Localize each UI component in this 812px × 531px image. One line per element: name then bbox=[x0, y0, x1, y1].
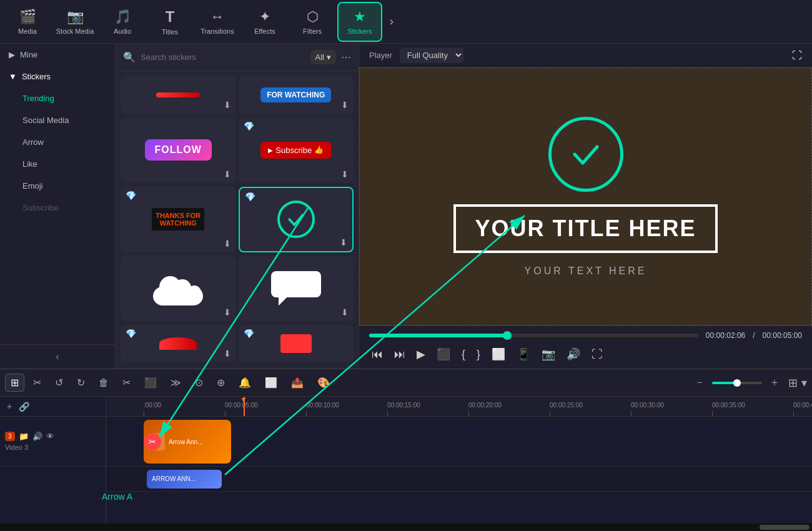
sticker-cell-partial-bottom-right[interactable]: 💎 bbox=[239, 325, 354, 362]
toolbar-stock-media[interactable]: 📷 Stock Media bbox=[52, 2, 97, 42]
track-audio-btn[interactable]: 🔊 bbox=[32, 432, 42, 441]
left-sidebar: ▶ Mine ▼ Stickers Trending Social Media … bbox=[0, 44, 116, 369]
stickers-icon: ★ bbox=[354, 9, 366, 25]
timeline-toolbar: ⊞ ✂ ↺ ↻ 🗑 ✂ ⬛ ≫ ⊙ ⊕ 🔔 ⬜ 📤 🎨 － ＋ ⊞ ▾ bbox=[0, 369, 812, 397]
track-visibility-btn[interactable]: 👁 bbox=[46, 432, 54, 441]
rewind-btn[interactable]: ⏮ bbox=[369, 345, 385, 364]
mark-in-btn[interactable]: { bbox=[459, 345, 468, 364]
toolbar-titles[interactable]: T Titles bbox=[147, 2, 192, 42]
download-icon-3[interactable]: ⬇ bbox=[224, 239, 231, 249]
sticker-cell-thanks[interactable]: 💎 THANKS FORWATCHING ⬇ bbox=[121, 187, 236, 252]
tl-cut-btn[interactable]: ✂ bbox=[117, 374, 136, 391]
sticker-cell-follow[interactable]: FOLLOW ⬇ bbox=[121, 117, 236, 183]
tl-undo-btn[interactable]: ↺ bbox=[50, 374, 68, 391]
sidebar-item-social-media[interactable]: Social Media bbox=[4, 110, 111, 131]
playback-area: 00:00:02:06 / 00:00:05:00 ⏮ ⏭ ▶ ⬛ { } ⬜ … bbox=[359, 325, 812, 369]
sidebar-item-emoji[interactable]: Emoji bbox=[4, 176, 111, 196]
tl-snap-btn[interactable]: ⊞ bbox=[5, 374, 24, 392]
sidebar-collapse-btn[interactable]: ‹ bbox=[0, 344, 115, 369]
toolbar-audio[interactable]: 🎵 Audio bbox=[100, 2, 145, 42]
grid-more-btn[interactable]: ▾ bbox=[801, 376, 807, 390]
tl-delete-btn[interactable]: 🗑 bbox=[94, 375, 114, 391]
ruler-mark-6: 00:00:30:00 bbox=[631, 402, 712, 416]
play-btn[interactable]: ▶ bbox=[414, 345, 428, 364]
sticker-search-input[interactable] bbox=[141, 52, 305, 62]
fullscreen-btn[interactable]: ⛶ bbox=[589, 345, 605, 364]
sidebar-stickers-header[interactable]: ▼ Stickers bbox=[0, 66, 115, 87]
toolbar-stickers[interactable]: ★ Stickers bbox=[337, 2, 382, 42]
sticker-more-btn[interactable]: ⋯ bbox=[341, 51, 351, 63]
sticker-cell-speech[interactable]: ⬇ bbox=[239, 256, 354, 321]
sticker-speech-visual bbox=[271, 271, 321, 305]
premium-badge-8: 💎 bbox=[244, 329, 254, 339]
add-track-btn[interactable]: ＋ bbox=[5, 401, 14, 412]
sticker-filter-dropdown[interactable]: All ▾ bbox=[310, 50, 336, 64]
sidebar-mine-header[interactable]: ▶ Mine bbox=[0, 44, 115, 66]
download-icon-6[interactable]: ⬇ bbox=[341, 307, 349, 317]
sticker-for-watching-visual: FOR WATCHING bbox=[260, 87, 331, 102]
timeline-track-bottom: ARROW ANN... bbox=[106, 467, 812, 492]
tl-track-label-video3: 3 📁 🔊 👁 Video 3 bbox=[0, 417, 106, 467]
tl-redo-btn[interactable]: ↻ bbox=[72, 374, 90, 391]
tl-subtitle-btn[interactable]: ⬜ bbox=[260, 374, 282, 391]
tl-crop-btn[interactable]: ⬛ bbox=[139, 374, 162, 391]
mark-out-btn[interactable]: } bbox=[474, 345, 483, 364]
sticker-cell-partial-bottom-left[interactable]: 💎 ⬇ bbox=[121, 325, 236, 362]
link-btn[interactable]: 🔗 bbox=[19, 402, 29, 412]
tl-speed-btn[interactable]: ≫ bbox=[166, 374, 186, 391]
tl-pip-btn[interactable]: ⊕ bbox=[212, 374, 230, 391]
download-icon-4[interactable]: ⬇ bbox=[340, 237, 347, 247]
tl-fx-btn[interactable]: ⊙ bbox=[190, 374, 208, 391]
toolbar-more-chevron[interactable]: › bbox=[385, 12, 399, 31]
sticker-cell-cloud[interactable]: ⬇ bbox=[121, 256, 236, 321]
sidebar-item-like[interactable]: Like bbox=[4, 154, 111, 174]
sticker-cell-partial-top-left[interactable]: ⬇ bbox=[121, 76, 236, 114]
sidebar-item-arrow[interactable]: Arrow bbox=[4, 132, 111, 152]
clip-label: Arrow Ann... bbox=[169, 439, 202, 445]
toolbar-filters[interactable]: ⬡ Filters bbox=[290, 2, 335, 42]
quality-select[interactable]: Full Quality bbox=[400, 47, 463, 63]
timeline-track-video3: ✂ 🖼 Arrow Ann... bbox=[106, 417, 812, 467]
preview-expand-icon[interactable]: ⛶ bbox=[792, 50, 802, 61]
sidebar-item-subscribe[interactable]: Subscribe bbox=[4, 197, 111, 218]
tl-color-btn[interactable]: 🎨 bbox=[312, 374, 335, 391]
sidebar-item-trending[interactable]: Trending bbox=[4, 88, 111, 109]
download-icon-0[interactable]: ⬇ bbox=[224, 100, 231, 110]
sticker-panel: 🔍 All ▾ ⋯ ⬇ FOR WATCHING ⬇ FOLLOW ⬇ bbox=[116, 44, 359, 369]
ruler-mark-7: 00:00:35:00 bbox=[712, 402, 793, 416]
zoom-thumb[interactable] bbox=[733, 379, 741, 387]
audio-btn[interactable]: 🔊 bbox=[564, 345, 583, 364]
download-icon-1[interactable]: ⬇ bbox=[224, 169, 231, 179]
track-add-btn[interactable]: 📁 bbox=[19, 432, 29, 441]
toolbar-transitions[interactable]: ↔ Transitions bbox=[195, 2, 240, 42]
tl-audio-btn[interactable]: 🔔 bbox=[234, 374, 256, 391]
ruler-mark-4: 00:00:20:00 bbox=[468, 402, 550, 416]
stop-btn[interactable]: ⬛ bbox=[434, 345, 453, 364]
tl-left-top: ＋ 🔗 bbox=[0, 397, 106, 417]
download-icon-7[interactable]: ⬇ bbox=[224, 349, 231, 359]
progress-bar: 00:00:02:06 / 00:00:05:00 bbox=[369, 331, 802, 340]
zoom-out-btn[interactable]: － bbox=[690, 374, 710, 392]
toolbar-effects[interactable]: ✦ Effects bbox=[242, 2, 287, 42]
tl-select-btn[interactable]: ✂ bbox=[28, 374, 46, 391]
export-btn[interactable]: ⬜ bbox=[489, 345, 508, 364]
progress-track[interactable] bbox=[369, 334, 698, 337]
sticker-grid: ⬇ FOR WATCHING ⬇ FOLLOW ⬇ 💎 ▶ Subscribe … bbox=[116, 71, 359, 369]
scrollbar-thumb[interactable] bbox=[760, 525, 810, 530]
download-icon-2[interactable]: ⬇ bbox=[341, 169, 349, 179]
tl-export-btn[interactable]: 📤 bbox=[286, 374, 309, 391]
screenshot-btn[interactable]: 📷 bbox=[539, 345, 558, 364]
preview-area: Player Full Quality ⛶ YOUR TITLE HERE YO… bbox=[359, 44, 812, 369]
sticker-cell-partial-top-right[interactable]: FOR WATCHING ⬇ bbox=[239, 76, 354, 114]
zoom-in-btn[interactable]: ＋ bbox=[765, 374, 785, 392]
toolbar-media[interactable]: 🎬 Media bbox=[5, 2, 50, 42]
sticker-cell-checkmark[interactable]: 💎 ⬇ bbox=[239, 187, 354, 252]
sticker-cell-subscribe[interactable]: 💎 ▶ Subscribe 👍 ⬇ bbox=[239, 117, 354, 183]
step-back-btn[interactable]: ⏭ bbox=[392, 345, 408, 364]
download-icon-5[interactable]: ⬇ bbox=[224, 307, 231, 317]
clip-blue[interactable]: ARROW ANN... bbox=[147, 470, 222, 489]
grid-view-btn[interactable]: ⊞ bbox=[788, 376, 798, 390]
device-btn[interactable]: 📱 bbox=[514, 345, 533, 364]
download-icon-0r[interactable]: ⬇ bbox=[341, 100, 349, 110]
ruler-mark-0: :00:00 bbox=[144, 402, 225, 416]
